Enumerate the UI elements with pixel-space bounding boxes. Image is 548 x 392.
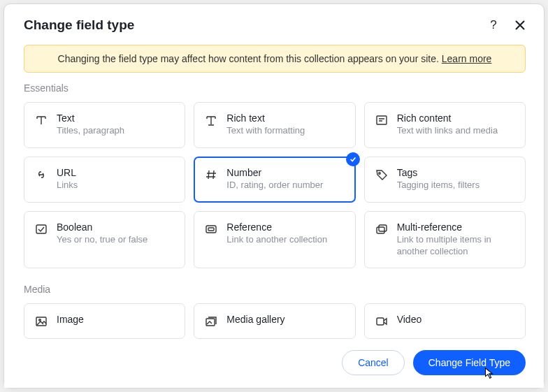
change-field-type-button[interactable]: Change Field Type — [413, 350, 526, 375]
warning-text: Changing the field type may affect how c… — [58, 53, 442, 64]
field-type-tags[interactable]: Tags Tagging items, filters — [364, 157, 526, 203]
section-label-essentials: Essentials — [24, 82, 526, 94]
card-title: URL — [57, 167, 175, 178]
selected-check-icon — [346, 152, 360, 166]
card-sub: Titles, paragraph — [57, 125, 175, 137]
modal-body[interactable]: Changing the field type may affect how c… — [4, 41, 544, 340]
card-title: Rich content — [397, 112, 515, 124]
field-type-video[interactable]: Video — [364, 303, 526, 339]
svg-rect-0 — [377, 116, 387, 124]
card-title: Rich text — [226, 112, 345, 124]
card-title: Boolean — [57, 222, 175, 233]
card-title: Video — [397, 314, 515, 325]
card-title: Number — [226, 167, 345, 178]
rich-content-icon — [375, 113, 389, 127]
svg-rect-6 — [379, 225, 387, 231]
field-type-multi-reference[interactable]: Multi-reference Link to multiple items i… — [364, 211, 526, 268]
field-type-url[interactable]: URL Links — [24, 157, 185, 203]
image-icon — [34, 314, 48, 328]
card-sub: Yes or no, true or false — [57, 234, 175, 246]
field-type-text[interactable]: Text Titles, paragraph — [24, 102, 185, 148]
card-title: Reference — [226, 222, 345, 233]
svg-point-1 — [378, 173, 380, 174]
reference-icon — [204, 222, 218, 236]
svg-rect-5 — [377, 227, 384, 233]
field-type-rich-content[interactable]: Rich content Text with links and media — [364, 102, 526, 148]
card-sub: Link to another collection — [226, 234, 345, 246]
card-sub: ID, rating, order number — [226, 180, 345, 191]
warning-banner: Changing the field type may affect how c… — [24, 45, 526, 73]
header-actions: ? — [485, 17, 528, 34]
warning-learn-more-link[interactable]: Learn more — [442, 53, 492, 64]
cancel-button[interactable]: Cancel — [342, 350, 405, 375]
modal-header: Change field type ? — [4, 4, 544, 41]
text-icon — [34, 113, 48, 127]
card-sub: Links — [57, 180, 175, 191]
rich-text-icon — [204, 113, 218, 127]
modal-title: Change field type — [24, 17, 485, 33]
card-title: Tags — [397, 167, 515, 178]
card-title: Multi-reference — [397, 222, 515, 233]
field-type-reference[interactable]: Reference Link to another collection — [194, 211, 355, 268]
card-title: Text — [57, 112, 175, 124]
card-sub: Link to multiple items in another collec… — [397, 234, 515, 258]
card-sub: Text with links and media — [397, 125, 515, 137]
change-field-type-modal: Change field type ? Changing the field t… — [3, 3, 545, 389]
close-icon[interactable] — [512, 17, 528, 34]
field-type-number[interactable]: Number ID, rating, order number — [194, 157, 355, 203]
modal-footer: Cancel Change Field Type — [4, 340, 544, 388]
field-type-boolean[interactable]: Boolean Yes or no, true or false — [24, 211, 185, 268]
multi-reference-icon — [375, 222, 389, 236]
card-sub: Text with formatting — [226, 125, 345, 137]
card-title: Media gallery — [226, 314, 345, 325]
media-grid: Image Media gallery Video — [24, 303, 526, 339]
link-icon — [34, 168, 48, 182]
essentials-grid: Text Titles, paragraph Rich text Text wi… — [24, 102, 526, 268]
svg-rect-10 — [377, 318, 384, 325]
field-type-image[interactable]: Image — [24, 303, 185, 339]
tags-icon — [375, 168, 389, 182]
boolean-icon — [34, 222, 48, 236]
number-icon — [204, 168, 218, 182]
help-icon[interactable]: ? — [485, 17, 502, 34]
svg-rect-3 — [206, 226, 216, 233]
section-label-media: Media — [24, 284, 526, 295]
svg-rect-4 — [208, 228, 214, 231]
video-icon — [375, 314, 389, 328]
svg-point-8 — [39, 319, 41, 321]
card-sub: Tagging items, filters — [397, 180, 515, 191]
field-type-media-gallery[interactable]: Media gallery — [194, 303, 355, 339]
card-title: Image — [57, 314, 175, 325]
field-type-rich-text[interactable]: Rich text Text with formatting — [194, 102, 355, 148]
svg-rect-2 — [36, 225, 46, 233]
media-gallery-icon — [204, 314, 218, 328]
